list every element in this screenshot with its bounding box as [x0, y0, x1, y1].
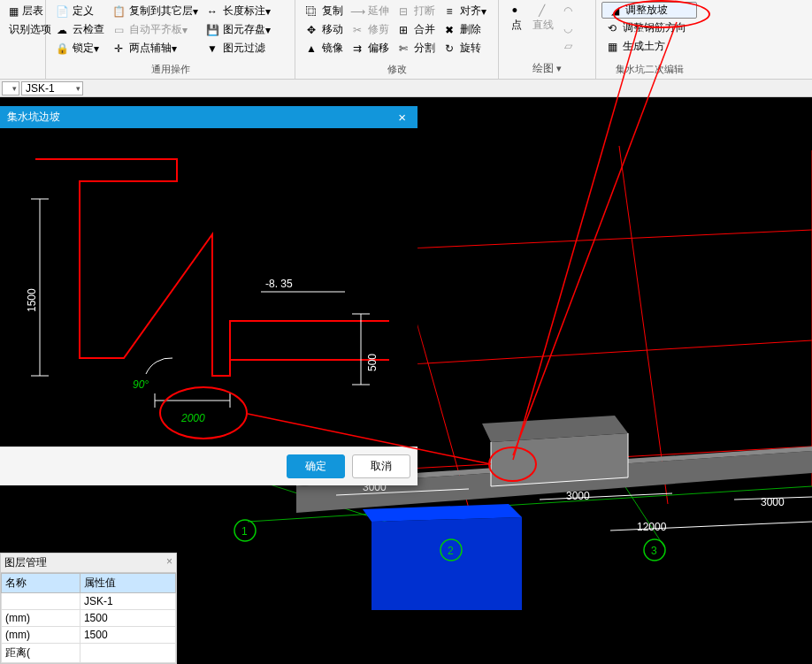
btn-rotate[interactable]: ↻旋转: [439, 39, 490, 57]
dialog-titlebar[interactable]: 集水坑边坡 ×: [0, 106, 417, 128]
btn-break[interactable]: ⊟打断: [393, 2, 439, 20]
btn-shape1[interactable]: ◠: [557, 2, 582, 19]
axis-2: 2: [448, 545, 454, 557]
btn-rec-options[interactable]: 识别选项: [5, 20, 40, 39]
dim-h1: 1500: [26, 288, 38, 312]
layer-panel-title: 图层管理: [4, 555, 47, 570]
btn-length-dim[interactable]: ↔长度标注 ▾: [202, 2, 274, 20]
btn-copy[interactable]: ⿻复制: [301, 2, 347, 20]
btn-merge[interactable]: ⊞合并: [393, 20, 439, 39]
btn-elem-filter[interactable]: ▼图元过滤: [202, 39, 274, 57]
btn-mirror[interactable]: ▲镜像: [301, 39, 347, 57]
close-icon[interactable]: ×: [394, 110, 410, 125]
col-value[interactable]: 属性值: [80, 574, 175, 593]
dim-elev: -8. 35: [265, 278, 293, 290]
dropdown-generic[interactable]: [2, 81, 19, 95]
dim-angle: 90°: [133, 378, 149, 391]
btn-copy-layer[interactable]: 📋复制到其它层 ▾: [108, 2, 202, 20]
table-row[interactable]: (mm)1500: [2, 627, 176, 644]
ok-button[interactable]: 确定: [287, 454, 345, 478]
btn-layer-table[interactable]: ▦层表: [5, 2, 40, 20]
col-name[interactable]: 名称: [2, 574, 80, 593]
secondary-toolbar: JSK-1: [0, 80, 812, 97]
btn-split[interactable]: ✄分割: [393, 39, 439, 57]
layer-panel: 图层管理 × 名称属性值 JSK-1 (mm)1500 (mm)1500 距离(: [0, 553, 177, 664]
btn-cloud-check[interactable]: ☁云检查: [51, 20, 108, 39]
dim-3000c: 3000: [761, 496, 785, 508]
btn-trim[interactable]: ✂修剪: [347, 20, 393, 39]
btn-offset[interactable]: ⇉偏移: [347, 39, 393, 57]
dialog-title-text: 集水坑边坡: [7, 110, 60, 125]
svg-line-8: [619, 477, 665, 548]
axis-3: 3: [651, 545, 657, 557]
axis-1: 1: [241, 525, 248, 538]
dropdown-jsk[interactable]: JSK-1: [21, 81, 83, 95]
btn-shape2[interactable]: ◡: [557, 19, 582, 37]
btn-shape3[interactable]: ▱: [557, 37, 582, 55]
dim-12000: 12000: [637, 521, 667, 533]
dialog-canvas[interactable]: 1500 -8. 35 500 90° 2000: [0, 128, 417, 446]
btn-extend[interactable]: ⟶延伸: [347, 2, 393, 20]
group-label-general: 通用操作: [51, 62, 289, 77]
cancel-button[interactable]: 取消: [352, 454, 410, 478]
btn-align[interactable]: ≡对齐 ▾: [439, 2, 490, 20]
btn-delete[interactable]: ✖删除: [439, 20, 490, 39]
btn-point[interactable]: •点: [504, 2, 529, 34]
ribbon: ▦层表 识别选项 📄定义 ☁云检查 🔒锁定 ▾ 📋复制到其它层 ▾ ▭自动平齐板…: [0, 0, 812, 80]
btn-adjust-slope[interactable]: ◢调整放坡: [601, 2, 697, 19]
pin-icon[interactable]: ×: [166, 555, 172, 570]
dialog-slope: 集水坑边坡 × 1500 -8. 35 500 90° 20: [0, 106, 417, 485]
group-label-sump: 集水坑二次编辑: [601, 62, 697, 77]
dim-h2: 500: [366, 354, 379, 371]
btn-lock[interactable]: 🔒锁定 ▾: [51, 39, 108, 57]
layer-table: 名称属性值 JSK-1 (mm)1500 (mm)1500 距离(: [1, 573, 176, 663]
table-row[interactable]: (mm)1500: [2, 610, 176, 627]
table-row[interactable]: 距离(: [2, 644, 176, 663]
btn-move[interactable]: ✥移动: [301, 20, 347, 39]
dim-w: 2000: [180, 412, 205, 424]
btn-line[interactable]: ╱直线: [529, 2, 557, 34]
btn-elem-save[interactable]: 💾图元存盘 ▾: [202, 20, 274, 39]
btn-two-point-axis[interactable]: ✛两点辅轴 ▾: [108, 39, 202, 57]
btn-auto-level[interactable]: ▭自动平齐板 ▾: [108, 20, 202, 39]
svg-marker-16: [372, 517, 522, 610]
table-row[interactable]: JSK-1: [2, 593, 176, 610]
btn-adjust-rebar[interactable]: ⟲调整钢筋方向: [601, 19, 697, 37]
group-label-modify: 修改: [301, 62, 493, 77]
btn-gen-earth[interactable]: ▦生成土方: [601, 37, 697, 56]
dim-3000b: 3000: [566, 490, 590, 502]
btn-define[interactable]: 📄定义: [51, 2, 108, 20]
group-label-draw: 绘图 ▾: [504, 60, 590, 77]
